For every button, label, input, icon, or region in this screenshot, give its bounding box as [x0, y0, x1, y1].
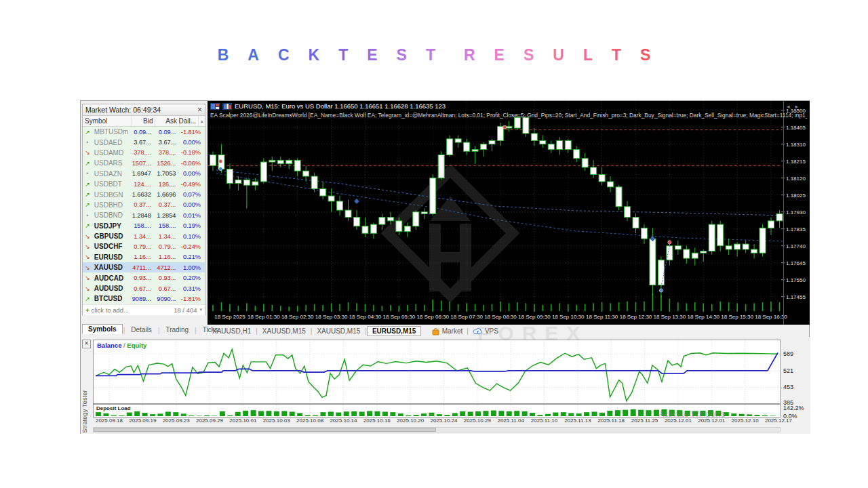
vps-tab[interactable]: VPS [469, 327, 502, 335]
title-letter: K [309, 46, 320, 64]
chart-tab-xauusd-m15[interactable]: XAUUSD,M15 [258, 327, 311, 336]
market-watch-row[interactable]: ↗MBTUSDm0.09...0.09...-1.81% [83, 127, 205, 137]
deposit-bar [468, 412, 473, 417]
market-watch-row[interactable]: ↗USDBHD0.37...0.37...0.00% [83, 200, 205, 210]
horizontal-scrollbar[interactable] [93, 427, 781, 432]
value-label: 521 [783, 367, 793, 374]
column-header[interactable]: Ask [155, 116, 179, 126]
market-watch-row[interactable]: •USDAZN1.69471.70530.00% [83, 169, 205, 179]
candle-body [362, 226, 368, 234]
bid-value: 0.67... [128, 285, 153, 292]
chart-tab-xauusd-m15[interactable]: XAUUSD,M15 [312, 327, 365, 336]
candle-body [387, 218, 393, 221]
column-header[interactable]: Dail... [179, 116, 198, 126]
strategy-tester-label[interactable]: Strategy Tester [81, 353, 92, 433]
time-axis-label: 18 Sep 03:30 [315, 314, 348, 320]
depth-of-market-icon[interactable] [210, 103, 220, 110]
deposit-bar [181, 413, 186, 416]
market-watch-row[interactable]: •USDAED3.67...3.67...0.00% [83, 137, 205, 147]
vps-tab-label[interactable]: VPS [485, 327, 498, 335]
candle-body [548, 144, 554, 150]
chart-tab-xauusd-h1[interactable]: XAUUSD,H1 [208, 327, 256, 336]
market-watch-row[interactable]: •USDBND1.28481.28540.01% [83, 210, 205, 220]
market-watch-row[interactable]: ↗USDJPY158....158....0.19% [83, 221, 205, 231]
market-watch-row[interactable]: ↗USDARS1507...1526...-0.06% [83, 158, 205, 168]
deposit-bar [150, 414, 155, 416]
deposit-bar [507, 411, 512, 416]
candle-body [243, 180, 250, 185]
scrollbar-thumb[interactable] [94, 428, 436, 432]
column-header[interactable]: Bid [131, 116, 155, 126]
tab-trading[interactable]: Trading [160, 325, 194, 334]
candle-body [235, 180, 241, 183]
deposit-bar [491, 411, 496, 416]
symbol-name: AUDCAD [92, 274, 128, 282]
market-watch-row[interactable]: ↘GBPUSD1.34...1.34...0.10% [83, 231, 205, 241]
column-header[interactable]: Symbol [83, 116, 131, 126]
chart-tab-eurusd-m15[interactable]: EURUSD,M15 [367, 326, 421, 336]
close-icon[interactable]: × [197, 106, 202, 113]
market-watch-row[interactable]: ↗USDBGN1.66321.66960.07% [83, 189, 205, 199]
deposit-bar [755, 415, 760, 416]
chart-panel[interactable]: 1.185001.184051.183101.182151.181201.180… [208, 101, 810, 325]
mt5-window: Market Watch: 06:49:34 × SymbolBidAskDai… [80, 100, 810, 434]
candle-body [760, 228, 766, 253]
price-axis-label: 1.17930 [786, 209, 806, 216]
deposit-bar [173, 412, 178, 416]
market-bag-icon [431, 327, 440, 336]
market-watch-row[interactable]: ↘USDCHF0.79...0.79...-0.24% [83, 241, 205, 251]
add-symbol-icon[interactable]: + [85, 306, 90, 314]
deposit-bar [227, 415, 233, 416]
candle-body [260, 162, 267, 182]
deposit-bar [290, 412, 295, 417]
up-arrow-icon: ↗ [83, 201, 92, 208]
deposit-bar [475, 411, 481, 416]
symbol-name: USDARS [92, 159, 128, 167]
value-label: 589 [783, 350, 793, 357]
date-label: 2025.10.16 [358, 418, 396, 424]
deposit-bar [336, 413, 341, 416]
one-click-trading-icon[interactable] [222, 103, 232, 110]
market-tab-label[interactable]: Market [442, 327, 463, 335]
tab-details[interactable]: Details [125, 325, 157, 334]
time-axis-label: 18 Sep 09:30 [518, 314, 551, 320]
down-arrow-icon: ↘ [83, 253, 92, 260]
market-watch-row[interactable]: ↗USDBDT124....126....-0.49% [83, 179, 205, 189]
prev-tab-icon[interactable]: ◂ [787, 103, 795, 110]
ask-value: 126.... [153, 181, 178, 188]
market-watch-row[interactable]: ↘XAUUSD4711...4712...1.00% [83, 262, 205, 272]
candle-body [751, 249, 757, 253]
title-letter: S [640, 46, 650, 64]
next-tab-icon[interactable]: ▸ [795, 103, 804, 110]
market-watch-row[interactable]: ↘USDAMD378....378....-0.18% [83, 148, 205, 158]
deposit-bar [615, 410, 620, 416]
market-watch-row[interactable]: ↘AUDUSD0.67...0.67...0.31% [83, 283, 205, 293]
flat-arrow-icon: • [83, 139, 92, 146]
tab-symbols[interactable]: Symbols [82, 324, 123, 334]
market-watch-row[interactable]: ↗BTCUSD9089...9090...-1.81% [83, 293, 205, 304]
candle-body [658, 260, 664, 285]
bid-value: 3.67... [128, 139, 153, 146]
chart-titlebar: EURUSD, M15: Euro vs US Dollar 1.16650 1… [210, 102, 446, 110]
balance-equity-chart[interactable] [93, 340, 781, 404]
deposit-bar [452, 413, 458, 416]
market-tab[interactable]: Market [427, 327, 467, 336]
scroll-down-icon[interactable]: ▾ [199, 307, 202, 312]
time-axis-label: 18 Sep 10:30 [552, 314, 585, 320]
deposit-bar [599, 413, 605, 416]
scroll-up-icon[interactable]: ▴ [198, 116, 205, 126]
candlestick-chart[interactable]: 1.185001.184051.183101.182151.181201.180… [208, 101, 810, 325]
trade-marker-dot [219, 159, 222, 163]
market-watch-row[interactable]: ↘EURUSD1.16...1.16...0.21% [83, 252, 205, 262]
deposit-bar [623, 410, 628, 416]
price-axis-label: 1.18405 [786, 125, 806, 131]
add-symbol-label[interactable]: click to add... [92, 306, 129, 314]
market-watch-panel: Market Watch: 06:49:34 × SymbolBidAskDai… [82, 104, 205, 315]
deposit-bar [421, 413, 427, 416]
candle-body [481, 144, 487, 150]
candle-body [709, 224, 715, 251]
close-icon[interactable]: × [82, 340, 91, 348]
time-axis-label: 18 Sep 12:30 [620, 314, 652, 320]
market-watch-row[interactable]: ↘AUDCAD0.93...0.93...0.20% [83, 272, 205, 283]
tab-scroll-arrows[interactable]: ◂▸ [787, 103, 804, 110]
